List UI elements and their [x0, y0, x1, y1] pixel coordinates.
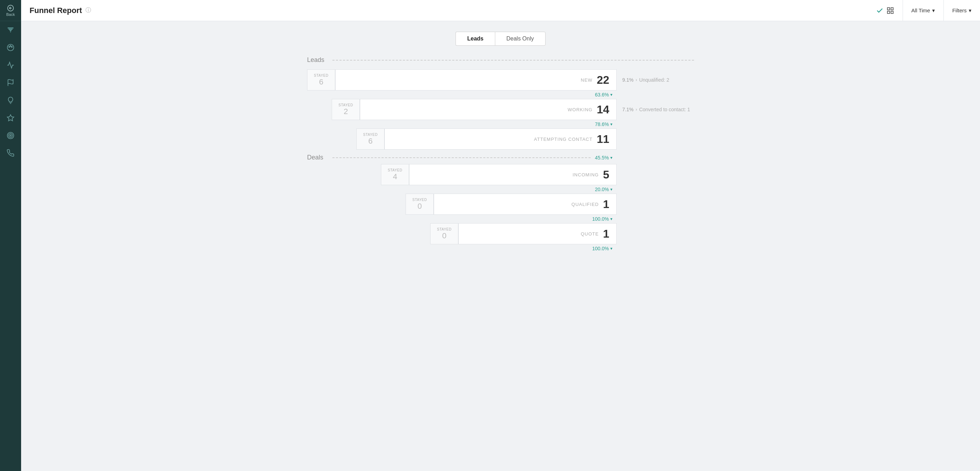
sidebar-item-phone[interactable] [0, 144, 21, 162]
conv-pct-5[interactable]: 100.0% [592, 246, 609, 251]
sidebar-item-target[interactable] [0, 127, 21, 144]
header-title-area: Funnel Report ⓘ [21, 6, 867, 15]
working-stayed-value: 2 [344, 107, 348, 116]
svg-point-8 [10, 45, 11, 46]
svg-rect-17 [888, 11, 889, 13]
conv-pct-1[interactable]: 63.6% [595, 92, 609, 97]
new-stage-row: STAYED 6 NEW 22 9.1% › Unqualified: 2 [307, 69, 694, 91]
conv-row-2: 78.6% ▾ [307, 121, 694, 127]
quote-stage-count: 1 [603, 227, 609, 240]
back-button[interactable]: Back [0, 0, 21, 21]
svg-marker-11 [7, 115, 14, 121]
svg-point-14 [10, 135, 11, 136]
attempting-stayed-box: STAYED 6 [356, 128, 385, 150]
attempting-stage-count: 11 [597, 133, 609, 146]
incoming-stayed-label: STAYED [388, 168, 402, 172]
deals-section-header: Deals 45.5% ▾ [307, 154, 694, 161]
conv-chevron-3: ▾ [610, 187, 612, 192]
conv-chevron-1: ▾ [610, 92, 612, 97]
deals-conv-pct[interactable]: 45.5% [595, 155, 609, 161]
filters-label: Filters [952, 7, 967, 13]
time-chevron: ▾ [932, 7, 935, 14]
conv-pct-2[interactable]: 78.6% [595, 121, 609, 127]
time-label: All Time [912, 7, 930, 13]
view-toggle-group: Leads Deals Only [455, 32, 546, 46]
leads-section-label: Leads [307, 56, 328, 64]
sidebar-item-idea[interactable] [0, 91, 21, 109]
sidebar-item-activity[interactable] [0, 56, 21, 74]
svg-point-7 [9, 46, 10, 48]
incoming-stayed-value: 4 [393, 172, 397, 181]
sidebar-item-palette[interactable] [0, 39, 21, 56]
conv-pct-3[interactable]: 20.0% [595, 187, 609, 192]
quote-stage-row: STAYED 0 QUOTE 1 [307, 223, 694, 244]
funnel-container: Leads STAYED 6 NEW 22 9.1% › [307, 56, 694, 253]
new-stayed-box: STAYED 6 [307, 69, 335, 91]
working-stage-bar[interactable]: WORKING 14 [360, 99, 617, 120]
conv-chevron-2: ▾ [610, 122, 612, 127]
svg-rect-16 [891, 7, 893, 10]
sidebar-item-star[interactable] [0, 109, 21, 127]
attempting-stayed-label: STAYED [363, 133, 378, 137]
qualified-stage-count: 1 [603, 198, 609, 211]
working-stage-count: 14 [597, 103, 609, 116]
conv-row-4: 100.0% ▾ [307, 216, 694, 222]
leads-toggle[interactable]: Leads [455, 32, 495, 46]
new-pct-text: 9.1% [622, 77, 633, 83]
attempting-stage-bar[interactable]: ATTEMPTING CONTACT 11 [385, 128, 617, 150]
attempting-stayed-value: 6 [368, 137, 372, 146]
svg-rect-15 [888, 7, 889, 10]
qualified-stage-row: STAYED 0 QUALIFIED 1 [307, 193, 694, 215]
filters-chevron: ▾ [969, 7, 972, 14]
header-actions: All Time ▾ Filters ▾ [867, 0, 980, 21]
working-right-info: 7.1% › Converted to contact: 1 [617, 107, 694, 112]
new-stage-count: 22 [597, 73, 609, 86]
working-stage-name: WORKING [568, 107, 593, 112]
qualified-stage-bar[interactable]: QUALIFIED 1 [434, 193, 617, 215]
info-icon[interactable]: ⓘ [86, 7, 91, 14]
conv-row-3: 20.0% ▾ [307, 187, 694, 192]
conv-row-1: 63.6% ▾ [307, 92, 694, 97]
filters-button[interactable]: Filters ▾ [944, 0, 980, 21]
working-stayed-label: STAYED [338, 103, 353, 107]
conv-row-5: 100.0% ▾ [307, 246, 694, 251]
sidebar-item-funnel[interactable] [0, 21, 21, 39]
leads-section-header: Leads [307, 56, 694, 64]
incoming-stage-name: INCOMING [573, 172, 599, 177]
quote-stage-name: QUOTE [581, 231, 599, 236]
qualified-stayed-box: STAYED 0 [406, 193, 434, 215]
leads-section-line [332, 60, 694, 61]
conv-pct-4[interactable]: 100.0% [592, 216, 609, 222]
new-detail: Unqualified: 2 [639, 77, 670, 83]
deals-only-toggle[interactable]: Deals Only [495, 32, 546, 46]
conv-chevron-5: ▾ [610, 246, 612, 251]
sidebar-item-flag[interactable] [0, 74, 21, 91]
time-filter[interactable]: All Time ▾ [903, 0, 944, 21]
deals-section-label: Deals [307, 154, 328, 161]
quote-stayed-box: STAYED 0 [430, 223, 458, 244]
attempting-stage-row: STAYED 6 ATTEMPTING CONTACT 11 [307, 128, 694, 150]
quote-stage-bar[interactable]: QUOTE 1 [458, 223, 617, 244]
qualified-stayed-label: STAYED [412, 198, 427, 202]
new-stage-bar[interactable]: NEW 22 [335, 69, 617, 91]
back-label: Back [6, 12, 15, 16]
list-view-icon[interactable] [876, 7, 884, 14]
grid-view-icon[interactable] [886, 7, 894, 14]
deals-section-line [332, 157, 590, 158]
quote-stayed-label: STAYED [437, 227, 452, 231]
page-title: Funnel Report [30, 6, 82, 15]
deals-conv-chevron: ▾ [610, 155, 612, 160]
svg-rect-18 [891, 11, 893, 13]
incoming-stage-count: 5 [603, 168, 609, 181]
sidebar: Back [0, 0, 21, 471]
incoming-stage-bar[interactable]: INCOMING 5 [409, 164, 617, 185]
main-area: Funnel Report ⓘ [21, 0, 980, 471]
qualified-stage-name: QUALIFIED [572, 202, 599, 207]
conv-chevron-4: ▾ [610, 217, 612, 222]
new-stage-name: NEW [581, 77, 592, 83]
attempting-stage-name: ATTEMPTING CONTACT [534, 137, 592, 142]
incoming-stage-row: STAYED 4 INCOMING 5 [307, 164, 694, 185]
incoming-stayed-box: STAYED 4 [381, 164, 409, 185]
view-toggle [867, 0, 903, 21]
working-stage-row: STAYED 2 WORKING 14 7.1% › Converted to … [307, 99, 694, 120]
